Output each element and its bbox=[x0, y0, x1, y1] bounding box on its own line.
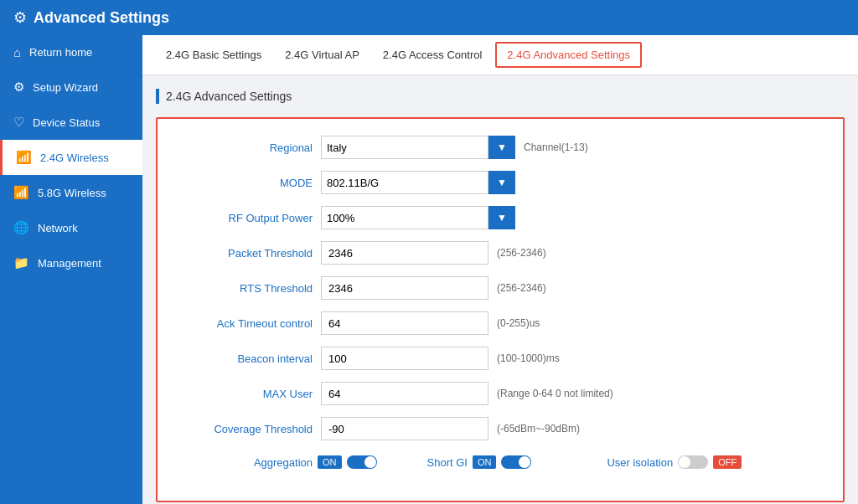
rts-threshold-hint: (256-2346) bbox=[497, 282, 546, 294]
aggregation-on-badge: ON bbox=[318, 455, 342, 469]
beacon-interval-input[interactable] bbox=[321, 347, 488, 370]
tab-advanced-settings[interactable]: 2.4G Andvanced Settings bbox=[495, 42, 642, 68]
rf-power-row: RF Output Power 100% ▼ bbox=[183, 206, 818, 229]
tab-virtual-ap[interactable]: 2.4G Virtual AP bbox=[275, 44, 370, 66]
mode-row: MODE 802.11B/G ▼ bbox=[183, 171, 818, 194]
ack-timeout-input[interactable] bbox=[321, 311, 488, 335]
sidebar-item-network[interactable]: 🌐 Network bbox=[0, 210, 142, 245]
sidebar-item-wireless-24g[interactable]: 📶 2.4G Wireless bbox=[0, 140, 142, 175]
coverage-threshold-input[interactable] bbox=[321, 417, 488, 440]
short-gi-toggle-group: ON bbox=[473, 455, 532, 469]
regional-label: Regional bbox=[183, 141, 313, 154]
gear-icon: ⚙ bbox=[13, 80, 24, 95]
max-user-input[interactable] bbox=[321, 382, 488, 405]
rts-threshold-row: RTS Threshold (256-2346) bbox=[183, 276, 818, 300]
mode-select[interactable]: 802.11B/G bbox=[321, 171, 488, 194]
packet-threshold-hint: (256-2346) bbox=[497, 247, 546, 259]
rts-threshold-input[interactable] bbox=[321, 276, 488, 300]
coverage-threshold-label: Coverage Threshold bbox=[183, 423, 313, 435]
user-isolation-label: User isolation bbox=[607, 456, 673, 469]
tab-basic[interactable]: 2.4G Basic Settings bbox=[156, 44, 271, 66]
max-user-label: MAX User bbox=[183, 388, 313, 400]
header-icon: ⚙ bbox=[13, 8, 27, 27]
sidebar-item-label: 5.8G Wireless bbox=[38, 187, 106, 199]
sidebar-item-label: Return home bbox=[29, 46, 92, 59]
short-gi-on-badge: ON bbox=[473, 455, 497, 469]
mode-dropdown-wrap: 802.11B/G ▼ bbox=[321, 171, 515, 194]
sidebar-item-label: Network bbox=[38, 222, 78, 234]
tab-access-control[interactable]: 2.4G Access Control bbox=[373, 44, 493, 66]
ack-timeout-row: Ack Timeout control (0-255)us bbox=[183, 311, 818, 335]
app-title: Advanced Settings bbox=[34, 9, 169, 27]
sidebar-item-label: Setup Wizard bbox=[33, 81, 98, 94]
rts-threshold-label: RTS Threshold bbox=[183, 282, 313, 295]
max-user-row: MAX User (Range 0-64 0 not limited) bbox=[183, 382, 818, 405]
sidebar-item-return-home[interactable]: ⌂ Return home bbox=[0, 35, 142, 69]
rf-power-dropdown-wrap: 100% ▼ bbox=[321, 206, 515, 229]
management-icon: 📁 bbox=[13, 255, 29, 270]
ack-timeout-label: Ack Timeout control bbox=[183, 317, 313, 330]
max-user-hint: (Range 0-64 0 not limited) bbox=[497, 388, 613, 399]
sidebar-item-label: 2.4G Wireless bbox=[40, 152, 109, 164]
coverage-threshold-row: Coverage Threshold (-65dBm~-90dBm) bbox=[183, 417, 818, 440]
beacon-interval-label: Beacon interval bbox=[183, 352, 313, 365]
regional-hint: Channel(1-13) bbox=[524, 141, 588, 153]
rf-power-dropdown-btn[interactable]: ▼ bbox=[488, 206, 515, 229]
wireless-5g-icon: 📶 bbox=[13, 185, 29, 200]
short-gi-label: Short GI bbox=[427, 456, 468, 469]
wireless-icon: 📶 bbox=[16, 150, 32, 165]
sidebar: ⌂ Return home ⚙ Setup Wizard ♡ Device St… bbox=[0, 35, 142, 504]
beacon-interval-hint: (100-1000)ms bbox=[497, 352, 560, 364]
home-icon: ⌂ bbox=[13, 45, 21, 59]
page-content: 2.4G Advanced Settings Regional Italy ▼ … bbox=[142, 75, 858, 504]
sidebar-item-label: Device Status bbox=[33, 116, 100, 129]
main-content: 2.4G Basic Settings 2.4G Virtual AP 2.4G… bbox=[142, 35, 858, 504]
packet-threshold-row: Packet Threshold (256-2346) bbox=[183, 241, 818, 265]
coverage-threshold-hint: (-65dBm~-90dBm) bbox=[497, 423, 580, 435]
regional-row: Regional Italy ▼ Channel(1-13) bbox=[183, 136, 818, 159]
network-icon: 🌐 bbox=[13, 220, 29, 235]
toggles-row: Aggregation ON Short GI ON U bbox=[183, 452, 818, 472]
user-isolation-toggle-thumb bbox=[679, 456, 690, 468]
short-gi-toggle[interactable] bbox=[501, 455, 531, 469]
sidebar-item-label: Management bbox=[38, 257, 101, 270]
regional-select[interactable]: Italy bbox=[321, 136, 488, 159]
rf-power-label: RF Output Power bbox=[183, 212, 313, 224]
settings-form: Regional Italy ▼ Channel(1-13) MODE 802. bbox=[156, 117, 845, 502]
packet-threshold-label: Packet Threshold bbox=[183, 247, 313, 260]
aggregation-toggle-thumb bbox=[364, 456, 376, 468]
user-isolation-toggle[interactable] bbox=[678, 455, 708, 469]
aggregation-toggle-group: ON bbox=[318, 455, 377, 469]
sidebar-item-wireless-58g[interactable]: 📶 5.8G Wireless bbox=[0, 175, 142, 210]
aggregation-label: Aggregation bbox=[183, 456, 313, 469]
app-header: ⚙ Advanced Settings bbox=[0, 0, 858, 35]
user-isolation-toggle-group: OFF bbox=[678, 455, 742, 469]
sidebar-item-setup-wizard[interactable]: ⚙ Setup Wizard bbox=[0, 69, 142, 105]
ack-timeout-hint: (0-255)us bbox=[497, 317, 540, 329]
tab-bar: 2.4G Basic Settings 2.4G Virtual AP 2.4G… bbox=[142, 35, 858, 75]
regional-dropdown-wrap: Italy ▼ bbox=[321, 136, 515, 159]
user-isolation-off-badge: OFF bbox=[713, 455, 742, 469]
section-title: 2.4G Advanced Settings bbox=[156, 89, 845, 104]
status-icon: ♡ bbox=[13, 115, 24, 130]
packet-threshold-input[interactable] bbox=[321, 241, 488, 265]
beacon-interval-row: Beacon interval (100-1000)ms bbox=[183, 347, 818, 370]
mode-dropdown-btn[interactable]: ▼ bbox=[488, 171, 515, 194]
regional-dropdown-btn[interactable]: ▼ bbox=[488, 136, 515, 159]
mode-label: MODE bbox=[183, 177, 313, 189]
short-gi-toggle-thumb bbox=[519, 456, 530, 468]
aggregation-toggle[interactable] bbox=[347, 455, 377, 469]
sidebar-item-management[interactable]: 📁 Management bbox=[0, 245, 142, 280]
sidebar-item-device-status[interactable]: ♡ Device Status bbox=[0, 105, 142, 140]
rf-power-select[interactable]: 100% bbox=[321, 206, 488, 229]
